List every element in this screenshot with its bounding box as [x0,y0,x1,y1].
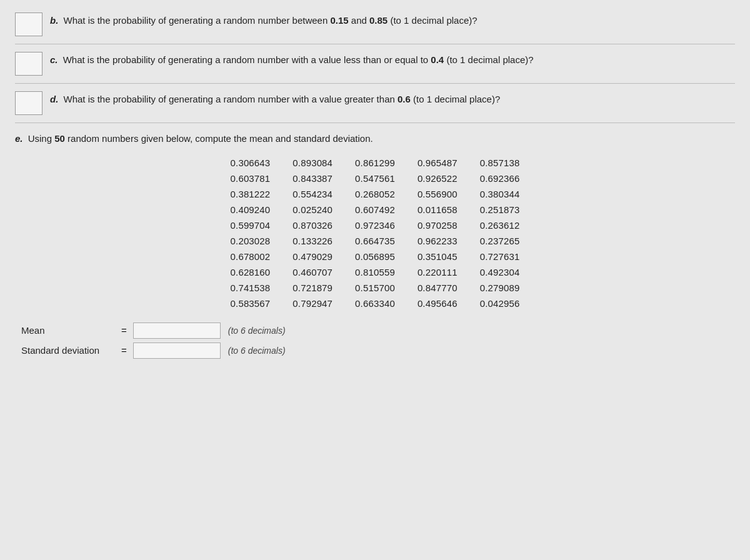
mean-label: Mean [21,325,121,336]
section-e: e. Using 50 random numbers given below, … [15,129,735,359]
table-cell: 0.678002 [219,249,282,264]
table-cell: 0.251873 [469,202,531,218]
table-cell: 0.495646 [406,296,469,311]
table-cell: 0.279089 [469,280,531,296]
table-row: 0.3812220.5542340.2680520.5569000.380344 [219,186,531,202]
table-cell: 0.663340 [344,296,406,311]
question-d-end: (to 1 decimal place)? [411,94,500,104]
table-cell: 0.133226 [281,233,344,249]
label-b: b. [50,15,58,26]
table-cell: 0.380344 [469,186,531,202]
table-cell: 0.603781 [219,171,282,186]
stats-section: Mean = (to 6 decimals) Standard deviatio… [21,322,735,359]
table-row: 0.2030280.1332260.6647350.9622330.237265 [219,233,531,249]
table-cell: 0.843387 [281,171,344,186]
table-cell: 0.011658 [406,202,469,218]
answer-box-c[interactable] [15,52,42,76]
label-d: d. [50,94,58,104]
table-cell: 0.351045 [406,249,469,264]
table-cell: 0.220111 [406,264,469,280]
table-cell: 0.741538 [219,280,282,296]
stddev-row: Standard deviation = (to 6 decimals) [21,342,735,359]
page: b. What is the probability of generating… [0,0,750,560]
question-c-text: c. What is the probability of generating… [50,51,534,68]
divider-de [15,122,735,123]
table-cell: 0.492304 [469,264,531,280]
stddev-hint: (to 6 decimals) [228,346,286,356]
table-cell: 0.203028 [219,233,282,249]
table-cell: 0.692366 [469,171,531,186]
question-b-text: b. What is the probability of generating… [50,11,478,28]
table-cell: 0.810559 [344,264,406,280]
table-cell: 0.409240 [219,202,282,218]
table-cell: 0.870326 [281,218,344,233]
table-cell: 0.664735 [344,233,406,249]
table-cell: 0.237265 [469,233,531,249]
question-b-end: (to 1 decimal place)? [388,15,477,26]
table-row: 0.6037810.8433870.5475610.9265220.692366 [219,171,531,186]
table-cell: 0.460707 [281,264,344,280]
question-d-bold1: 0.6 [398,94,411,104]
table-cell: 0.042956 [469,296,531,311]
question-b-main: What is the probability of generating a … [64,15,331,26]
table-cell: 0.926522 [406,171,469,186]
label-c: c. [50,54,58,65]
question-b-mid: and [349,15,369,26]
question-b-bold2: 0.85 [369,15,388,26]
table-cell: 0.263612 [469,218,531,233]
answer-box-b[interactable] [15,12,42,36]
answer-box-d[interactable] [15,91,42,115]
table-row: 0.5835670.7929470.6633400.4956460.042956 [219,296,531,311]
table-row: 0.5997040.8703260.9723460.9702580.263612 [219,218,531,233]
table-cell: 0.306643 [219,155,282,171]
divider-cd [15,83,735,84]
table-cell: 0.381222 [219,186,282,202]
table-cell: 0.861299 [344,155,406,171]
question-c-main: What is the probability of generating a … [63,54,431,65]
label-e: e. [15,133,23,144]
table-cell: 0.025240 [281,202,344,218]
table-cell: 0.607492 [344,202,406,218]
table-cell: 0.972346 [344,218,406,233]
question-c-end: (to 1 decimal place)? [444,54,533,65]
mean-equals: = [121,325,127,336]
question-e-bold1: 50 [54,133,65,144]
table-cell: 0.970258 [406,218,469,233]
question-e-text: e. Using 50 random numbers given below, … [15,129,735,146]
table-cell: 0.056895 [344,249,406,264]
table-cell: 0.727631 [469,249,531,264]
mean-row: Mean = (to 6 decimals) [21,322,735,339]
table-cell: 0.583567 [219,296,282,311]
table-cell: 0.547561 [344,171,406,186]
table-cell: 0.556900 [406,186,469,202]
table-row: 0.6780020.4790290.0568950.3510450.727631 [219,249,531,264]
divider-bc [15,44,735,44]
table-cell: 0.515700 [344,280,406,296]
table-cell: 0.847770 [406,280,469,296]
stddev-label: Standard deviation [21,345,121,356]
table-cell: 0.792947 [281,296,344,311]
question-e-main: Using [28,133,55,144]
table-cell: 0.554234 [281,186,344,202]
stddev-equals: = [121,345,127,356]
table-cell: 0.268052 [344,186,406,202]
table-cell: 0.857138 [469,155,531,171]
question-c-bold1: 0.4 [431,54,444,65]
question-e-end: random numbers given below, compute the … [65,133,373,144]
numbers-table: 0.3066430.8930840.8612990.9654870.857138… [219,155,531,311]
table-row: 0.4092400.0252400.6074920.0116580.251873 [219,202,531,218]
question-d-text: d. What is the probability of generating… [50,90,500,107]
stddev-input[interactable] [133,342,221,359]
mean-input[interactable] [133,322,221,339]
section-c: c. What is the probability of generating… [15,51,735,76]
numbers-grid: 0.3066430.8930840.8612990.9654870.857138… [15,155,735,311]
table-row: 0.6281600.4607070.8105590.2201110.492304 [219,264,531,280]
table-cell: 0.599704 [219,218,282,233]
table-row: 0.3066430.8930840.8612990.9654870.857138 [219,155,531,171]
section-b: b. What is the probability of generating… [15,11,735,36]
table-cell: 0.479029 [281,249,344,264]
question-d-main: What is the probability of generating a … [64,94,398,104]
table-cell: 0.721879 [281,280,344,296]
table-cell: 0.965487 [406,155,469,171]
section-d: d. What is the probability of generating… [15,90,735,115]
